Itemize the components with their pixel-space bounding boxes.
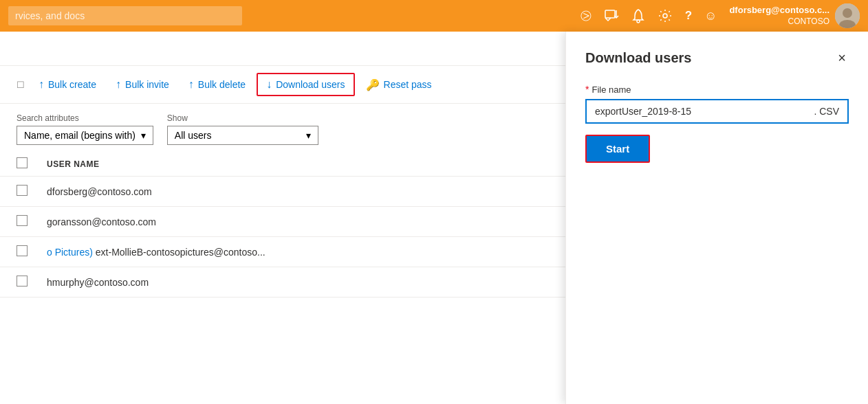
panel-header: Download users × <box>585 48 849 67</box>
smiley-icon[interactable]: ☺ <box>704 9 717 23</box>
bell-icon[interactable] <box>631 8 645 23</box>
user-menu[interactable]: dforsberg@contoso.c... CONTOSO <box>729 3 860 28</box>
table-select-all[interactable] <box>0 152 30 177</box>
file-name-label: * File name <box>585 84 849 95</box>
user-name: dforsberg@contoso.c... <box>729 5 829 16</box>
show-filter: Show All users ▾ <box>167 113 318 145</box>
topbar-icons: ⧁ ? ☺ dforsberg@contoso.c... CONTOSO <box>581 3 860 28</box>
user-org: CONTOSO <box>729 16 829 27</box>
terminal-icon[interactable]: ⧁ <box>581 8 592 24</box>
bulk-delete-icon: ↑ <box>188 78 194 91</box>
bulk-invite-icon: ↑ <box>116 78 121 91</box>
search-input[interactable] <box>8 6 242 25</box>
feedback-icon[interactable] <box>604 8 619 23</box>
start-button[interactable]: Start <box>585 135 650 163</box>
chevron-down-icon: ▾ <box>141 130 146 141</box>
truncated-link[interactable]: o Pictures) <box>47 247 93 258</box>
close-button[interactable]: × <box>835 48 849 67</box>
key-icon: 🔑 <box>366 78 380 91</box>
settings-icon[interactable] <box>658 8 673 23</box>
svg-point-5 <box>843 8 852 18</box>
download-icon: ↓ <box>266 78 272 91</box>
download-users-panel: Download users × * File name . CSV Start <box>565 32 868 404</box>
required-star: * <box>585 84 589 95</box>
panel-title: Download users <box>585 50 691 66</box>
show-label: Show <box>167 113 318 123</box>
chevron-down-icon-2: ▾ <box>306 130 311 141</box>
bulk-delete-button[interactable]: ↑ Bulk delete <box>180 74 254 95</box>
svg-rect-0 <box>605 10 615 18</box>
row-checkbox[interactable] <box>0 267 30 298</box>
file-extension: . CSV <box>805 100 847 122</box>
row-checkbox[interactable] <box>0 237 30 267</box>
search-attributes-dropdown[interactable]: Name, email (begins with) ▾ <box>17 126 153 145</box>
username-truncated: ext-MollieB-contosopictures@contoso... <box>96 247 265 258</box>
main-layout: ☐ ↑ Bulk create ↑ Bulk invite ↑ Bulk del… <box>0 32 868 404</box>
bulk-create-icon: ↑ <box>39 78 44 91</box>
select-all-icon: ☐ <box>17 80 25 90</box>
row-checkbox[interactable] <box>0 207 30 237</box>
bulk-create-button[interactable]: ↑ Bulk create <box>30 74 105 95</box>
topbar: ⧁ ? ☺ dforsberg@contoso.c... CONTOSO <box>0 0 868 32</box>
avatar <box>835 3 860 28</box>
bulk-invite-button[interactable]: ↑ Bulk invite <box>107 74 177 95</box>
row-checkbox[interactable] <box>0 177 30 207</box>
download-users-button[interactable]: ↓ Download users <box>257 73 354 96</box>
help-icon[interactable]: ? <box>685 9 692 23</box>
file-name-row: . CSV <box>585 99 849 124</box>
show-dropdown[interactable]: All users ▾ <box>167 126 318 145</box>
svg-point-3 <box>663 14 667 18</box>
reset-password-button[interactable]: 🔑 Reset pass <box>358 74 440 96</box>
file-name-input[interactable] <box>587 100 805 122</box>
search-attributes-label: Search attributes <box>17 113 153 123</box>
svg-point-2 <box>637 20 640 23</box>
search-attributes-filter: Search attributes Name, email (begins wi… <box>17 113 153 145</box>
